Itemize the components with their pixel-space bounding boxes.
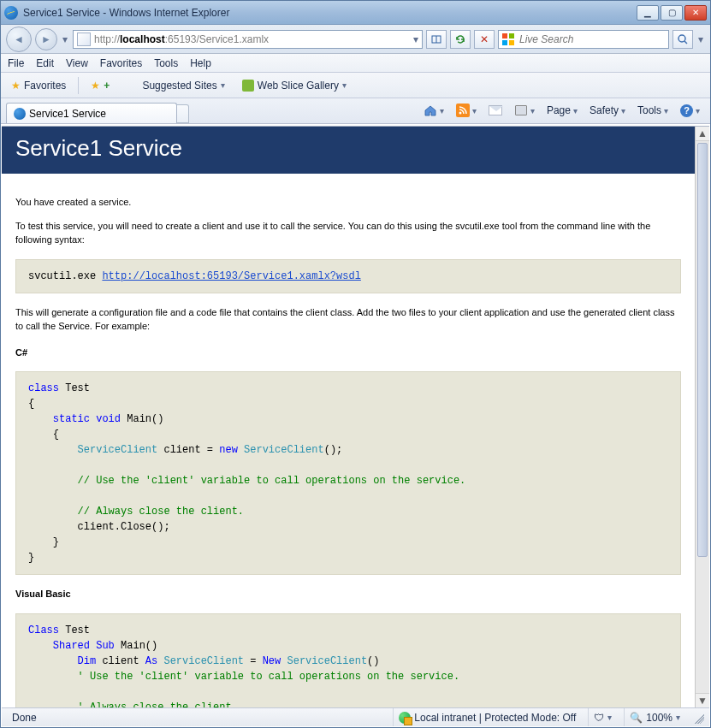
intro-paragraph-1: You have created a service.: [15, 195, 681, 210]
zoom-icon: 🔍: [630, 712, 643, 724]
safety-menu-label: Safety: [590, 104, 619, 116]
zoom-control[interactable]: 🔍 100% ▾: [624, 708, 685, 726]
new-tab-button[interactable]: [177, 104, 189, 123]
maximize-button[interactable]: ▢: [661, 5, 683, 21]
zoom-value: 100%: [646, 712, 672, 724]
scroll-track[interactable]: [696, 141, 709, 693]
shield-icon: 🛡: [594, 712, 604, 724]
tab-favicon: [14, 108, 26, 120]
search-box[interactable]: [498, 30, 669, 49]
nav-toolbar: ◄ ► ▾ http://localhost:65193/Service1.xa…: [1, 25, 710, 54]
svg-point-2: [678, 35, 685, 42]
tab-title: Service1 Service: [29, 108, 106, 120]
forward-button[interactable]: ►: [35, 28, 57, 50]
read-mail-button[interactable]: [485, 102, 506, 119]
vb-code-box: Class Test Shared Sub Main() Dim client …: [15, 613, 681, 708]
rss-icon: [456, 104, 470, 117]
paragraph-2: This will generate a configuration file …: [15, 305, 681, 334]
webslice-icon: [242, 80, 254, 92]
print-button[interactable]: ▾: [511, 102, 538, 119]
print-icon: [514, 104, 528, 117]
favorites-toolbar: ★ Favorites ★+ Suggested Sites ▾ Web Sli…: [1, 73, 710, 98]
content-viewport: Service1 Service You have created a serv…: [2, 126, 709, 707]
scroll-thumb[interactable]: [697, 143, 708, 557]
compat-view-button[interactable]: [426, 30, 447, 49]
wsdl-link[interactable]: http://localhost:65193/Service1.xamlx?ws…: [102, 270, 360, 282]
refresh-button[interactable]: [450, 30, 471, 49]
page-icon: [77, 33, 91, 46]
stop-button[interactable]: ✕: [474, 30, 495, 49]
browser-tab[interactable]: Service1 Service: [6, 103, 177, 123]
csharp-code-box: class Test { static void Main() { Servic…: [15, 371, 681, 575]
ie-small-icon: [127, 80, 139, 92]
search-input[interactable]: [518, 33, 665, 46]
add-to-favorites-bar[interactable]: ★+: [86, 78, 115, 93]
nav-history-dropdown[interactable]: ▾: [61, 33, 69, 45]
svcutil-command-box: svcutil.exe http://localhost:65193/Servi…: [15, 259, 681, 293]
search-go-button[interactable]: [672, 30, 693, 49]
intro-paragraph-2: To test this service, you will need to c…: [15, 219, 681, 247]
svg-line-3: [684, 41, 687, 44]
star-add-icon: ★: [91, 80, 100, 92]
home-button[interactable]: ▾: [420, 102, 447, 119]
menu-bar: File Edit View Favorites Tools Help: [1, 54, 710, 73]
command-bar: ▾ ▾ ▾ Page▾ Safety▾ Tools▾ ?▾: [420, 98, 705, 123]
menu-view[interactable]: View: [66, 57, 88, 69]
tools-menu[interactable]: Tools▾: [634, 103, 672, 118]
svg-point-4: [459, 112, 461, 115]
menu-favorites[interactable]: Favorites: [100, 57, 142, 69]
search-provider-dropdown[interactable]: ▾: [696, 33, 705, 45]
web-slice-gallery-link[interactable]: Web Slice Gallery ▾: [237, 78, 352, 93]
security-zone[interactable]: Local intranet | Protected Mode: Off: [393, 708, 581, 726]
status-text: Done: [12, 712, 37, 724]
close-button[interactable]: ✕: [684, 5, 707, 21]
feeds-button[interactable]: ▾: [453, 102, 480, 119]
toolbar-separator: [78, 77, 79, 94]
ie-logo-icon: [4, 6, 18, 20]
tools-menu-label: Tools: [637, 104, 661, 116]
vertical-scrollbar[interactable]: ▲ ▼: [695, 127, 709, 707]
home-icon: [424, 104, 437, 117]
help-icon: ?: [680, 104, 693, 117]
page-content: Service1 Service You have created a serv…: [2, 127, 695, 707]
address-url: http://localhost:65193/Service1.xamlx: [94, 33, 410, 45]
chevron-down-icon: ▾: [342, 80, 347, 90]
menu-file[interactable]: File: [8, 57, 24, 69]
mail-icon: [489, 104, 502, 117]
csharp-label: C#: [15, 346, 681, 360]
help-button[interactable]: ?▾: [677, 103, 703, 119]
zone-label: Local intranet | Protected Mode: Off: [414, 712, 576, 724]
live-search-icon: [502, 33, 514, 45]
suggested-sites-label: Suggested Sites: [142, 80, 216, 92]
menu-tools[interactable]: Tools: [154, 57, 178, 69]
scroll-up-button[interactable]: ▲: [696, 127, 709, 141]
zone-icon: [399, 712, 411, 724]
address-dropdown[interactable]: ▾: [410, 33, 418, 45]
scroll-down-button[interactable]: ▼: [696, 693, 709, 707]
star-icon: ★: [11, 80, 21, 92]
service-heading: Service1 Service: [2, 127, 695, 174]
page-menu[interactable]: Page▾: [543, 103, 581, 118]
page-menu-label: Page: [547, 104, 571, 116]
window-title: Service1 Service - Windows Internet Expl…: [23, 7, 637, 19]
vb-label: Visual Basic: [15, 587, 681, 601]
resize-grip[interactable]: [692, 712, 704, 724]
suggested-sites-link[interactable]: Suggested Sites ▾: [121, 78, 229, 93]
chevron-down-icon: ▾: [221, 80, 225, 90]
web-slice-label: Web Slice Gallery: [258, 80, 339, 92]
favorites-label: Favorites: [24, 80, 66, 92]
menu-edit[interactable]: Edit: [36, 57, 54, 69]
back-button[interactable]: ◄: [6, 27, 32, 52]
minimize-button[interactable]: ▁: [637, 5, 659, 21]
status-bar: Done Local intranet | Protected Mode: Of…: [2, 707, 709, 726]
menu-help[interactable]: Help: [190, 57, 211, 69]
titlebar: Service1 Service - Windows Internet Expl…: [1, 1, 710, 25]
address-bar[interactable]: http://localhost:65193/Service1.xamlx ▾: [73, 30, 423, 49]
tab-row: Service1 Service ▾ ▾ ▾ Page▾ Safety▾ Too…: [1, 98, 710, 124]
protected-mode-toggle[interactable]: 🛡▾: [588, 708, 617, 726]
favorites-button[interactable]: ★ Favorites: [6, 78, 71, 93]
safety-menu[interactable]: Safety▾: [586, 103, 629, 118]
